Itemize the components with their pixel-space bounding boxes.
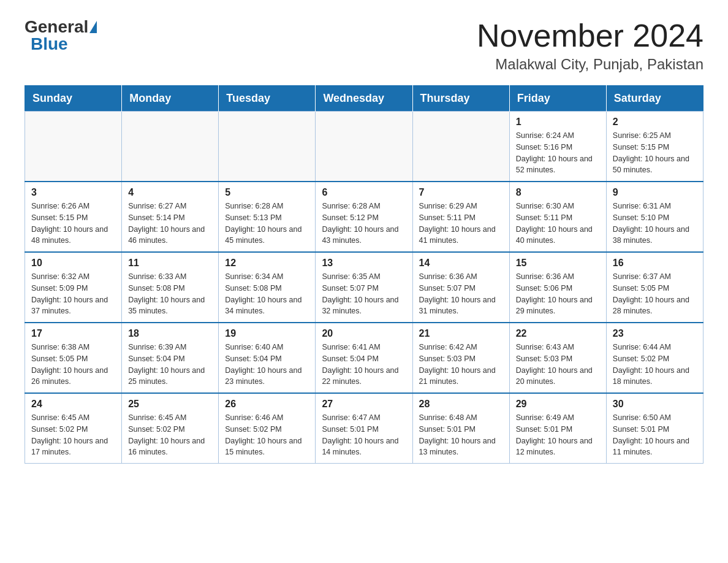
calendar-cell: 8Sunrise: 6:30 AMSunset: 5:11 PMDaylight… — [509, 182, 606, 252]
day-info: Sunrise: 6:41 AMSunset: 5:04 PMDaylight:… — [322, 342, 406, 388]
day-info: Sunrise: 6:36 AMSunset: 5:06 PMDaylight:… — [516, 271, 600, 317]
col-header-friday: Friday — [509, 86, 606, 112]
location-title: Malakwal City, Punjab, Pakistan — [477, 56, 703, 73]
calendar-cell: 3Sunrise: 6:26 AMSunset: 5:15 PMDaylight… — [25, 182, 122, 252]
day-info: Sunrise: 6:48 AMSunset: 5:01 PMDaylight:… — [419, 412, 503, 458]
day-info: Sunrise: 6:43 AMSunset: 5:03 PMDaylight:… — [516, 342, 600, 388]
calendar-cell: 19Sunrise: 6:40 AMSunset: 5:04 PMDayligh… — [219, 323, 316, 393]
day-number: 20 — [322, 328, 406, 339]
day-info: Sunrise: 6:35 AMSunset: 5:07 PMDaylight:… — [322, 271, 406, 317]
day-info: Sunrise: 6:34 AMSunset: 5:08 PMDaylight:… — [225, 271, 309, 317]
day-info: Sunrise: 6:44 AMSunset: 5:02 PMDaylight:… — [613, 342, 697, 388]
calendar-cell: 23Sunrise: 6:44 AMSunset: 5:02 PMDayligh… — [606, 323, 703, 393]
calendar-cell: 12Sunrise: 6:34 AMSunset: 5:08 PMDayligh… — [219, 252, 316, 323]
title-section: November 2024 Malakwal City, Punjab, Pak… — [477, 18, 703, 73]
calendar-cell: 18Sunrise: 6:39 AMSunset: 5:04 PMDayligh… — [122, 323, 219, 393]
day-info: Sunrise: 6:46 AMSunset: 5:02 PMDaylight:… — [225, 412, 309, 458]
logo-general: General — [25, 18, 88, 36]
day-number: 25 — [128, 399, 212, 410]
calendar-cell: 27Sunrise: 6:47 AMSunset: 5:01 PMDayligh… — [316, 393, 412, 464]
day-number: 13 — [322, 258, 406, 269]
day-number: 6 — [322, 187, 406, 198]
day-info: Sunrise: 6:33 AMSunset: 5:08 PMDaylight:… — [128, 271, 212, 317]
calendar-cell: 7Sunrise: 6:29 AMSunset: 5:11 PMDaylight… — [412, 182, 509, 252]
calendar-cell: 29Sunrise: 6:49 AMSunset: 5:01 PMDayligh… — [509, 393, 606, 464]
day-number: 12 — [225, 258, 309, 269]
day-number: 1 — [516, 117, 600, 128]
day-number: 5 — [225, 187, 309, 198]
calendar-cell: 15Sunrise: 6:36 AMSunset: 5:06 PMDayligh… — [509, 252, 606, 323]
calendar-week-5: 24Sunrise: 6:45 AMSunset: 5:02 PMDayligh… — [25, 393, 703, 464]
calendar-cell — [25, 112, 122, 182]
calendar-cell: 11Sunrise: 6:33 AMSunset: 5:08 PMDayligh… — [122, 252, 219, 323]
day-info: Sunrise: 6:37 AMSunset: 5:05 PMDaylight:… — [613, 271, 697, 317]
col-header-monday: Monday — [122, 86, 219, 112]
calendar-cell — [412, 112, 509, 182]
day-number: 29 — [516, 399, 600, 410]
calendar-cell: 21Sunrise: 6:42 AMSunset: 5:03 PMDayligh… — [412, 323, 509, 393]
calendar-cell — [316, 112, 412, 182]
col-header-saturday: Saturday — [606, 86, 703, 112]
day-number: 19 — [225, 328, 309, 339]
calendar-cell: 28Sunrise: 6:48 AMSunset: 5:01 PMDayligh… — [412, 393, 509, 464]
calendar-cell: 26Sunrise: 6:46 AMSunset: 5:02 PMDayligh… — [219, 393, 316, 464]
day-info: Sunrise: 6:31 AMSunset: 5:10 PMDaylight:… — [613, 201, 697, 247]
day-number: 30 — [613, 399, 697, 410]
day-info: Sunrise: 6:36 AMSunset: 5:07 PMDaylight:… — [419, 271, 503, 317]
day-info: Sunrise: 6:29 AMSunset: 5:11 PMDaylight:… — [419, 201, 503, 247]
day-info: Sunrise: 6:27 AMSunset: 5:14 PMDaylight:… — [128, 201, 212, 247]
calendar-cell — [219, 112, 316, 182]
calendar-header-row: SundayMondayTuesdayWednesdayThursdayFrid… — [25, 86, 703, 112]
calendar-table: SundayMondayTuesdayWednesdayThursdayFrid… — [25, 85, 703, 464]
day-number: 15 — [516, 258, 600, 269]
col-header-thursday: Thursday — [412, 86, 509, 112]
calendar-cell: 17Sunrise: 6:38 AMSunset: 5:05 PMDayligh… — [25, 323, 122, 393]
day-info: Sunrise: 6:40 AMSunset: 5:04 PMDaylight:… — [225, 342, 309, 388]
day-info: Sunrise: 6:50 AMSunset: 5:01 PMDaylight:… — [613, 412, 697, 458]
calendar-cell — [122, 112, 219, 182]
day-info: Sunrise: 6:38 AMSunset: 5:05 PMDaylight:… — [31, 342, 115, 388]
day-number: 17 — [31, 328, 115, 339]
day-info: Sunrise: 6:25 AMSunset: 5:15 PMDaylight:… — [613, 130, 697, 176]
day-number: 21 — [419, 328, 503, 339]
calendar-week-4: 17Sunrise: 6:38 AMSunset: 5:05 PMDayligh… — [25, 323, 703, 393]
day-number: 9 — [613, 187, 697, 198]
day-number: 4 — [128, 187, 212, 198]
calendar-cell: 13Sunrise: 6:35 AMSunset: 5:07 PMDayligh… — [316, 252, 412, 323]
day-number: 23 — [613, 328, 697, 339]
col-header-tuesday: Tuesday — [219, 86, 316, 112]
day-info: Sunrise: 6:47 AMSunset: 5:01 PMDaylight:… — [322, 412, 406, 458]
day-info: Sunrise: 6:26 AMSunset: 5:15 PMDaylight:… — [31, 201, 115, 247]
day-number: 8 — [516, 187, 600, 198]
calendar-week-3: 10Sunrise: 6:32 AMSunset: 5:09 PMDayligh… — [25, 252, 703, 323]
col-header-wednesday: Wednesday — [316, 86, 412, 112]
day-number: 24 — [31, 399, 115, 410]
day-number: 11 — [128, 258, 212, 269]
day-number: 27 — [322, 399, 406, 410]
calendar-cell: 20Sunrise: 6:41 AMSunset: 5:04 PMDayligh… — [316, 323, 412, 393]
day-info: Sunrise: 6:28 AMSunset: 5:13 PMDaylight:… — [225, 201, 309, 247]
day-number: 10 — [31, 258, 115, 269]
day-number: 22 — [516, 328, 600, 339]
calendar-week-1: 1Sunrise: 6:24 AMSunset: 5:16 PMDaylight… — [25, 112, 703, 182]
calendar-cell: 30Sunrise: 6:50 AMSunset: 5:01 PMDayligh… — [606, 393, 703, 464]
day-info: Sunrise: 6:30 AMSunset: 5:11 PMDaylight:… — [516, 201, 600, 247]
day-number: 28 — [419, 399, 503, 410]
day-number: 3 — [31, 187, 115, 198]
calendar-cell: 10Sunrise: 6:32 AMSunset: 5:09 PMDayligh… — [25, 252, 122, 323]
day-info: Sunrise: 6:45 AMSunset: 5:02 PMDaylight:… — [31, 412, 115, 458]
logo-triangle-icon — [89, 21, 97, 33]
logo-blue: Blue — [31, 36, 68, 53]
month-title: November 2024 — [477, 18, 703, 53]
calendar-cell: 2Sunrise: 6:25 AMSunset: 5:15 PMDaylight… — [606, 112, 703, 182]
day-number: 18 — [128, 328, 212, 339]
day-info: Sunrise: 6:45 AMSunset: 5:02 PMDaylight:… — [128, 412, 212, 458]
calendar-cell: 6Sunrise: 6:28 AMSunset: 5:12 PMDaylight… — [316, 182, 412, 252]
day-number: 26 — [225, 399, 309, 410]
calendar-cell: 4Sunrise: 6:27 AMSunset: 5:14 PMDaylight… — [122, 182, 219, 252]
logo: General Blue — [25, 18, 97, 53]
day-info: Sunrise: 6:42 AMSunset: 5:03 PMDaylight:… — [419, 342, 503, 388]
calendar-cell: 25Sunrise: 6:45 AMSunset: 5:02 PMDayligh… — [122, 393, 219, 464]
day-info: Sunrise: 6:32 AMSunset: 5:09 PMDaylight:… — [31, 271, 115, 317]
page-header: General Blue November 2024 Malakwal City… — [25, 18, 703, 73]
